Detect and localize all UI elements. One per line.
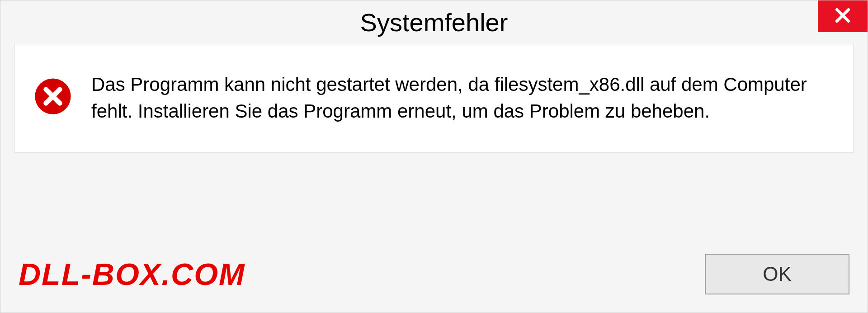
watermark-text: DLL-BOX.COM xyxy=(19,256,245,292)
dialog-footer: DLL-BOX.COM OK xyxy=(0,240,868,313)
ok-button[interactable]: OK xyxy=(705,254,849,294)
content-panel: Das Programm kann nicht gestartet werden… xyxy=(14,44,854,152)
error-icon xyxy=(33,76,73,117)
error-message: Das Programm kann nicht gestartet werden… xyxy=(91,71,835,125)
dialog-title: Systemfehler xyxy=(360,8,508,37)
titlebar: Systemfehler xyxy=(0,0,868,44)
close-button[interactable] xyxy=(818,0,868,32)
close-icon xyxy=(833,5,853,27)
error-dialog: Systemfehler Das Programm kann nicht ges… xyxy=(0,0,868,313)
